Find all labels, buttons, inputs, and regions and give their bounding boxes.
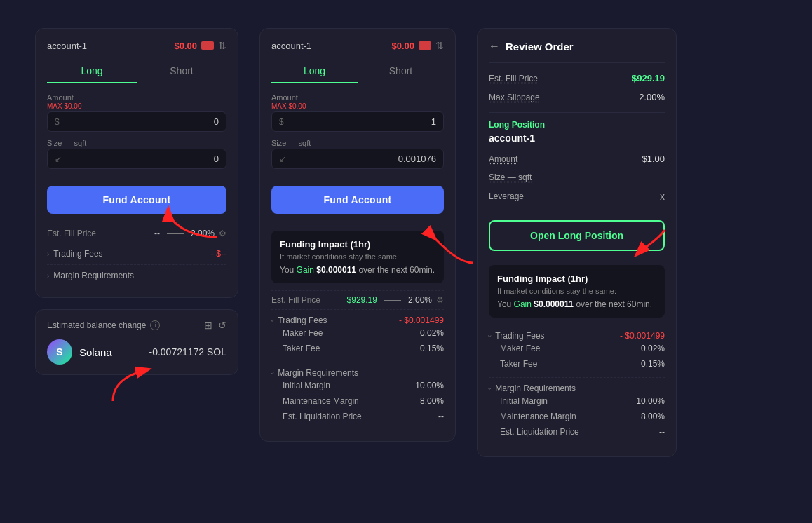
- review-order-card: ← Review Order Est. Fill Price $929.19 M…: [477, 28, 677, 457]
- tab-short-middle[interactable]: Short: [358, 60, 444, 83]
- funding-text-middle: You Gain $0.000011 over the next 60min.: [280, 265, 435, 275]
- taker-fee-value-middle: 0.15%: [420, 344, 444, 353]
- amount-field-left: Amount MAX $0.00 $: [47, 93, 226, 132]
- tab-long-left[interactable]: Long: [47, 60, 137, 83]
- chevron-margin-left: ›: [47, 272, 49, 280]
- swap-icon-middle[interactable]: ⇅: [435, 40, 444, 51]
- balance-title: Estimated balance change i: [47, 320, 160, 330]
- amount-max-left: MAX $0.00: [47, 102, 81, 110]
- fund-account-button-middle[interactable]: Fund Account: [271, 186, 444, 214]
- initial-margin-value-middle: 10.00%: [415, 381, 444, 390]
- trading-fees-label-right: Trading Fees: [495, 331, 544, 341]
- leverage-row-right: Leverage x: [489, 186, 665, 206]
- margin-req-header-middle[interactable]: › Margin Requirements: [271, 368, 444, 378]
- amount-row-right: Amount $1.00: [489, 149, 665, 168]
- initial-margin-row-middle: Initial Margin 10.00%: [271, 378, 444, 393]
- margin-req-header-right[interactable]: › Margin Requirements: [489, 383, 665, 393]
- maker-fee-row-right: Maker Fee 0.02%: [489, 341, 665, 356]
- initial-margin-label-middle: Initial Margin: [283, 381, 330, 390]
- leverage-label-right: Leverage: [489, 191, 524, 201]
- battery-icon-left: [201, 41, 214, 50]
- maker-fee-value-right: 0.02%: [641, 344, 665, 353]
- sol-balance: -0.00721172 SOL: [149, 346, 226, 358]
- leverage-x-right[interactable]: x: [660, 191, 665, 202]
- est-fill-value-right: $929.19: [632, 73, 665, 83]
- est-fill-label-left: Est. Fill Price: [47, 229, 96, 238]
- maker-fee-label-right: Maker Fee: [500, 344, 540, 353]
- balance-middle: $0.00: [391, 41, 414, 51]
- size-input-row-left: ↙: [47, 149, 226, 169]
- initial-margin-label-right: Initial Margin: [500, 396, 548, 406]
- amount-input-row-left: $: [47, 111, 226, 132]
- funding-sub-middle: If market conditions stay the same:: [280, 252, 435, 261]
- margin-req-left: › Margin Requirements: [47, 264, 226, 286]
- liq-price-label-middle: Est. Liquidation Price: [283, 412, 362, 421]
- swap-icon-left[interactable]: ⇅: [218, 40, 226, 51]
- size-prefix-middle: ↙: [279, 154, 286, 164]
- battery-icon-middle: [419, 41, 431, 50]
- slippage-gear-middle[interactable]: ⚙: [436, 295, 444, 305]
- refresh-icon[interactable]: ↺: [218, 320, 226, 331]
- maker-fee-label-middle: Maker Fee: [283, 328, 323, 338]
- maker-fee-value-middle: 0.02%: [420, 328, 444, 338]
- maint-margin-label-middle: Maintenance Margin: [283, 396, 359, 406]
- account-name-middle: account-1: [271, 41, 311, 51]
- liq-price-value-middle: --: [438, 412, 444, 421]
- margin-req-right: › Margin Requirements Initial Margin 10.…: [489, 377, 665, 445]
- tab-long-middle[interactable]: Long: [271, 60, 358, 83]
- est-fill-row-right: Est. Fill Price $929.19: [489, 69, 665, 88]
- taker-fee-row-right: Taker Fee 0.15%: [489, 356, 665, 372]
- amount-input-middle[interactable]: [288, 116, 436, 127]
- trading-fees-header-middle[interactable]: › Trading Fees - $0.001499: [271, 315, 444, 325]
- liq-price-value-right: --: [659, 427, 665, 437]
- size-label-right: Size — sqft: [489, 172, 532, 182]
- grid-icon[interactable]: ⊞: [204, 320, 212, 331]
- trading-fees-right: › Trading Fees - $0.001499 Maker Fee 0.0…: [489, 325, 665, 377]
- balance-info-icon[interactable]: i: [150, 320, 160, 330]
- amount-label-left: Amount MAX $0.00: [47, 93, 226, 110]
- amount-value-right: $1.00: [642, 154, 665, 164]
- size-input-middle[interactable]: [290, 154, 436, 164]
- size-row-right: Size — sqft: [489, 168, 665, 186]
- tab-short-left[interactable]: Short: [137, 60, 226, 83]
- initial-margin-row-right: Initial Margin 10.00%: [489, 393, 665, 409]
- liq-price-row-right: Est. Liquidation Price --: [489, 424, 665, 440]
- amount-prefix-middle: $: [279, 117, 284, 127]
- funding-impact-middle: Funding Impact (1hr) If market condition…: [271, 231, 444, 283]
- sol-name: Solana: [79, 346, 112, 358]
- left-trading-card: account-1 $0.00 ⇅ Long Short Amount MAX …: [35, 28, 238, 298]
- amount-input-row-middle: $: [271, 111, 444, 132]
- amount-field-middle: Amount MAX $0.00 $: [271, 93, 444, 132]
- size-input-left[interactable]: [66, 154, 219, 164]
- position-account-name: account-1: [489, 133, 665, 144]
- size-label-left: Size — sqft: [47, 139, 226, 147]
- arrow-fund-middle: [431, 235, 480, 270]
- balance-card: Estimated balance change i ⊞ ↺ S Solana …: [35, 309, 238, 375]
- card-header-middle: account-1 $0.00 ⇅: [271, 40, 444, 51]
- maker-fee-row-middle: Maker Fee 0.02%: [271, 325, 444, 341]
- funding-title-middle: Funding Impact (1hr): [280, 239, 435, 250]
- est-fill-label-middle: Est. Fill Price: [271, 295, 320, 305]
- taker-fee-label-middle: Taker Fee: [283, 344, 320, 353]
- size-input-row-middle: ↙: [271, 149, 444, 169]
- funding-impact-right: Funding Impact (1hr) If market condition…: [489, 265, 665, 318]
- chevron-fees-right: ›: [486, 334, 494, 337]
- margin-req-header-left[interactable]: › Margin Requirements: [47, 271, 226, 280]
- sol-info: S Solana: [47, 339, 112, 365]
- est-fill-row-middle: Est. Fill Price $929.19 —— 2.00% ⚙: [271, 290, 444, 309]
- trading-fees-middle: › Trading Fees - $0.001499 Maker Fee 0.0…: [271, 309, 444, 362]
- header-icons-left: $0.00 ⇅: [174, 40, 226, 51]
- back-arrow-icon[interactable]: ←: [489, 40, 500, 53]
- trading-fees-header-right[interactable]: › Trading Fees - $0.001499: [489, 331, 665, 341]
- arrow-fund-left: [175, 202, 231, 244]
- maint-margin-value-right: 8.00%: [641, 412, 665, 421]
- trading-fees-label-left: Trading Fees: [53, 249, 102, 259]
- maint-margin-label-right: Maintenance Margin: [500, 412, 576, 421]
- amount-input-left[interactable]: [64, 116, 219, 127]
- trading-fees-header-left[interactable]: › Trading Fees - $--: [47, 249, 226, 259]
- middle-panel: account-1 $0.00 ⇅ Long Short Amount MAX …: [259, 28, 456, 442]
- margin-req-middle: › Margin Requirements Initial Margin 10.…: [271, 362, 444, 430]
- trading-fees-value-middle: - $0.001499: [399, 315, 444, 325]
- chevron-fees-left: ›: [47, 250, 49, 258]
- size-field-middle: Size — sqft ↙: [271, 139, 444, 169]
